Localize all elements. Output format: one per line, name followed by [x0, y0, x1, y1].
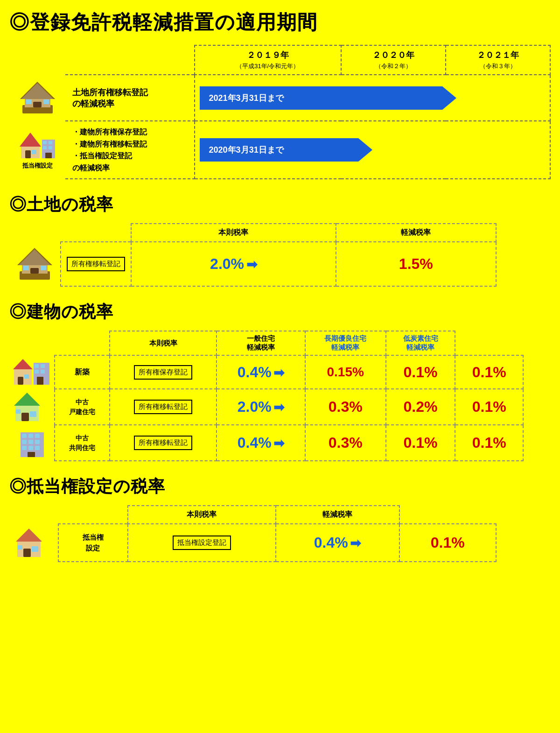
- svg-marker-3: [21, 83, 53, 99]
- year-2021-header: ２０２１年 （令和３年）: [446, 45, 550, 75]
- main-title: ◎登録免許税軽減措置の適用期間: [9, 9, 551, 35]
- period-row-building: 抵当権設定 ・建物所有権保存登記・建物所有権移転登記・抵当権設定登記の軽減税率 …: [9, 121, 550, 179]
- svg-marker-35: [14, 393, 40, 406]
- building-rate-row-used-detached: 中古戸建住宅 所有権移転登記 2.0% ➡ 0.3% 0.2% 0.1%: [9, 389, 523, 425]
- svg-rect-45: [35, 440, 40, 444]
- new-standard-rate: 0.4%: [238, 364, 272, 381]
- svg-rect-13: [49, 141, 52, 144]
- mortgage-reduced-rate: 0.1%: [431, 534, 465, 551]
- svg-rect-22: [23, 266, 29, 270]
- svg-rect-29: [35, 364, 39, 368]
- svg-rect-5: [26, 99, 32, 104]
- used-condo-general-cell: 0.3%: [305, 425, 386, 461]
- svg-rect-36: [21, 413, 29, 421]
- land-reduced-rate: 1.5%: [399, 255, 433, 272]
- land-arrow-cell: 2021年3月31日まで: [195, 75, 550, 121]
- mortgage-reg-cell: 抵当権設定登記: [128, 524, 276, 562]
- building-period-arrow: 2020年3月31日まで: [200, 138, 358, 162]
- used-condo-arrow-icon: ➡: [273, 436, 284, 451]
- new-longterm-cell: 0.1%: [386, 355, 455, 389]
- building-rate-section: ◎建物の税率 本則税率 一般住宅軽減税率 長期優良住宅軽減税率 低炭素住宅軽減税…: [9, 301, 551, 461]
- svg-rect-6: [43, 99, 49, 104]
- building-rate-row-new: 新築 所有権保存登記 0.4% ➡ 0.15% 0.1% 0.1%: [9, 355, 523, 389]
- empty-header: [9, 331, 110, 355]
- building-lowcarbon-header: 低炭素住宅軽減税率: [386, 331, 455, 355]
- used-detached-lowcarbon-cell: 0.1%: [455, 389, 523, 425]
- svg-marker-8: [20, 133, 41, 147]
- svg-rect-54: [18, 545, 22, 550]
- land-rate-table: 本則税率 軽減税率 所有権移転登記: [9, 223, 497, 287]
- new-type-label-cell: 新築: [55, 355, 110, 389]
- new-standard-cell: 0.4% ➡: [217, 355, 305, 389]
- used-detached-longterm-rate: 0.2%: [404, 398, 438, 415]
- new-building-icon-cell: [9, 355, 55, 389]
- used-condo-icon-cell: [9, 425, 55, 461]
- building-icon-cell: 抵当権設定: [9, 121, 65, 179]
- used-detached-arrow-icon: ➡: [273, 400, 284, 415]
- land-reduced-rate-cell: 1.5%: [336, 242, 496, 286]
- land-rate-row: 所有権移転登記 2.0% ➡ 1.5%: [9, 242, 496, 286]
- land-rate-arrow-icon: ➡: [246, 257, 257, 272]
- used-condo-general-rate: 0.3%: [329, 434, 363, 451]
- used-condo-standard-rate: 0.4%: [238, 434, 272, 451]
- used-condo-type-cell: 中古共同住宅: [55, 425, 110, 461]
- land-rate-section: ◎土地の税率 本則税率 軽減税率: [9, 193, 551, 287]
- used-condo-longterm-rate: 0.1%: [404, 434, 438, 451]
- svg-marker-20: [19, 249, 50, 265]
- svg-rect-41: [28, 434, 33, 438]
- mortgage-reg-label: 抵当権設定登記: [173, 536, 231, 550]
- used-condo-lowcarbon-cell: 0.1%: [455, 425, 523, 461]
- new-longterm-rate: 0.1%: [404, 364, 438, 381]
- new-arrow-icon: ➡: [273, 366, 284, 380]
- year-2020-header: ２０２０年 （令和２年）: [341, 45, 446, 75]
- building-rate-row-used-condo: 中古共同住宅 所有権移転登記 0.4% ➡ 0.3% 0.1% 0.1%: [9, 425, 523, 461]
- mortgage-arrow-icon: ➡: [350, 536, 361, 550]
- mortgage-rate-table: 本則税率 軽減税率: [9, 505, 497, 562]
- land-rate-title: ◎土地の税率: [9, 193, 551, 216]
- house-icon: [19, 130, 56, 161]
- svg-rect-10: [32, 150, 36, 154]
- new-reg-cell: 所有権保存登記: [110, 355, 217, 389]
- land-reg-label-cell: 所有権移転登記: [61, 242, 131, 286]
- mortgage-rate-section: ◎抵当権設定の税率 本則税率 軽減税率: [9, 475, 551, 562]
- used-detached-standard-cell: 2.0% ➡: [217, 389, 305, 425]
- svg-rect-21: [30, 268, 39, 274]
- used-detached-lowcarbon-rate: 0.1%: [472, 398, 506, 415]
- svg-rect-12: [43, 141, 47, 144]
- svg-rect-23: [41, 266, 46, 270]
- land-period-arrow: 2021年3月31日まで: [200, 86, 442, 110]
- building-rate-title: ◎建物の税率: [9, 301, 551, 324]
- reduced-rate-header: 軽減税率: [336, 224, 496, 242]
- svg-rect-4: [33, 102, 42, 107]
- building-standard-header: 本則税率: [110, 331, 217, 355]
- used-detached-reg-cell: 所有権移転登記: [110, 389, 217, 425]
- used-condo-reg-label: 所有権移転登記: [134, 436, 192, 450]
- standard-rate-header: 本則税率: [131, 224, 336, 242]
- year-2019-header: ２０１９年 （平成31年/令和元年）: [195, 45, 341, 75]
- used-condo-longterm-cell: 0.1%: [386, 425, 455, 461]
- svg-rect-14: [43, 146, 47, 149]
- mortgage-standard-cell: 0.4% ➡: [276, 524, 399, 562]
- svg-rect-30: [41, 364, 45, 368]
- new-lowcarbon-rate: 0.1%: [472, 364, 506, 381]
- svg-rect-48: [35, 446, 40, 450]
- land-thatched-icon: [15, 246, 55, 281]
- used-detached-icon-cell: [9, 389, 55, 425]
- used-condo-reg-cell: 所有権移転登記: [110, 425, 217, 461]
- land-standard-rate: 2.0%: [210, 255, 244, 272]
- new-reg-label: 所有権保存登記: [134, 365, 192, 380]
- svg-rect-16: [45, 153, 52, 158]
- used-detached-general-cell: 0.3%: [305, 389, 386, 425]
- svg-rect-15: [49, 146, 52, 149]
- mortgage-standard-header: 本則税率: [128, 506, 276, 524]
- condo-icon: [17, 428, 47, 458]
- land-reg-label: 所有権移転登記: [67, 257, 125, 271]
- building-general-header: 一般住宅軽減税率: [217, 331, 305, 355]
- svg-rect-32: [41, 370, 45, 374]
- svg-rect-33: [37, 377, 43, 385]
- svg-rect-9: [25, 150, 31, 158]
- svg-rect-42: [35, 434, 40, 438]
- new-lowcarbon-cell: 0.1%: [455, 355, 523, 389]
- svg-rect-49: [28, 452, 35, 457]
- new-general-cell: 0.15%: [305, 355, 386, 389]
